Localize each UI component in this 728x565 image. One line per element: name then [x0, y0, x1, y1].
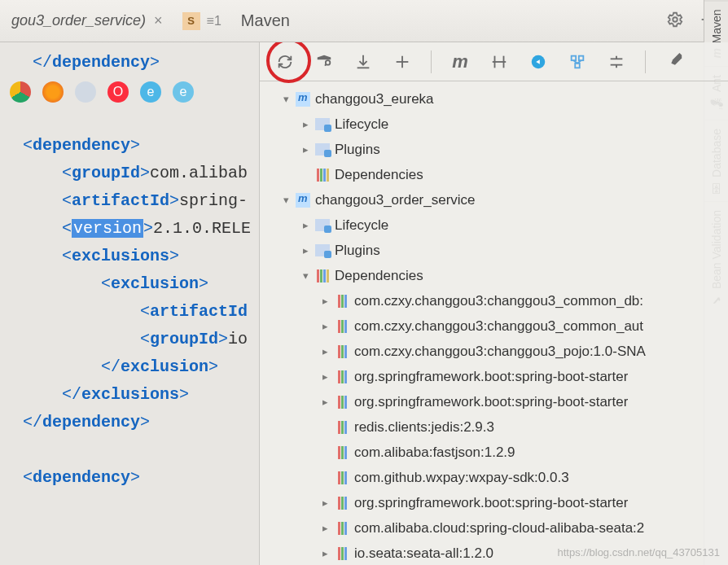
folder-icon: [315, 244, 330, 256]
dependency-item[interactable]: ▸com.czxy.changgou3:changgou3_common_aut: [263, 313, 728, 339]
settings-button[interactable]: [664, 51, 685, 72]
ie-icon[interactable]: e: [140, 81, 161, 103]
maven-toolbar: m: [260, 42, 728, 81]
structure-tab[interactable]: S ≡1: [182, 12, 221, 30]
opera-icon[interactable]: O: [107, 81, 129, 103]
top-bar: gou3_order_service) × S ≡1 Maven: [0, 0, 728, 42]
svg-point-0: [673, 17, 678, 22]
svg-rect-11: [575, 63, 580, 68]
code-editor[interactable]: O e e </dependency> <dependency> <groupI…: [0, 42, 259, 565]
dependency-item[interactable]: ▸com.czxy.changgou3:changgou3_pojo:1.0-S…: [263, 339, 728, 364]
dependency-item[interactable]: redis.clients:jedis:2.9.3: [263, 414, 728, 440]
dependency-item[interactable]: ▸com.alibaba.cloud:spring-cloud-alibaba-…: [263, 515, 728, 541]
dependency-item[interactable]: com.alibaba:fastjson:1.2.9: [263, 440, 728, 465]
show-dependencies-button[interactable]: [567, 51, 588, 72]
chevron-down-icon: ▾: [278, 194, 294, 206]
project-node[interactable]: ▾changgou3_eureka: [263, 86, 728, 112]
folder-icon: [315, 118, 330, 130]
chevron-right-icon: ▸: [297, 118, 314, 130]
lifecycle-node[interactable]: ▸Lifecycle: [263, 112, 728, 137]
dependency-item[interactable]: ▸org.springframework.boot:spring-boot-st…: [263, 364, 728, 389]
plugins-node[interactable]: ▸Plugins: [263, 137, 728, 162]
collapse-all-button[interactable]: [606, 51, 627, 72]
maven-panel: m ▾changgou3_eureka ▸Lifecycle ▸Plugins …: [259, 42, 728, 565]
chevron-down-icon: ▾: [278, 93, 294, 105]
dependency-item[interactable]: ▸com.czxy.changgou3:changgou3_common_db:: [263, 288, 728, 313]
dependency-item[interactable]: ▸org.springframework.boot:spring-boot-st…: [263, 490, 728, 515]
project-node[interactable]: ▾changgou3_order_service: [263, 187, 728, 212]
toggle-offline-button[interactable]: [528, 51, 549, 72]
code-line: </dependency>: [3, 49, 256, 77]
chevron-down-icon: ▾: [297, 269, 314, 282]
toggle-skip-tests-button[interactable]: [489, 51, 510, 72]
generate-sources-button[interactable]: [314, 51, 335, 72]
firefox-icon[interactable]: [42, 81, 64, 103]
download-sources-button[interactable]: [353, 51, 374, 72]
close-icon[interactable]: ×: [154, 12, 163, 29]
gear-icon[interactable]: [666, 11, 684, 31]
dependencies-icon: [317, 169, 329, 182]
svg-rect-9: [572, 55, 577, 60]
run-maven-button[interactable]: m: [450, 51, 471, 72]
reload-button[interactable]: [274, 51, 296, 72]
svg-rect-10: [579, 55, 584, 60]
dependencies-node[interactable]: Dependencies: [263, 162, 728, 187]
dependency-item[interactable]: ▸org.springframework.boot:spring-boot-st…: [263, 389, 728, 414]
editor-tab[interactable]: gou3_order_service) ×: [0, 7, 174, 34]
browser-launch-icons: O e e: [10, 81, 194, 103]
maven-module-icon: [296, 193, 310, 208]
watermark: https://blog.csdn.net/qq_43705131: [558, 546, 721, 558]
dependencies-icon: [317, 269, 329, 282]
plugins-node[interactable]: ▸Plugins: [263, 238, 728, 263]
maven-tree[interactable]: ▾changgou3_eureka ▸Lifecycle ▸Plugins De…: [260, 81, 728, 565]
maven-panel-title: Maven: [241, 11, 290, 30]
lifecycle-node[interactable]: ▸Lifecycle: [263, 212, 728, 238]
structure-count: ≡1: [207, 14, 221, 28]
dependency-item[interactable]: com.github.wxpay:wxpay-sdk:0.0.3: [263, 465, 728, 490]
maven-module-icon: [296, 92, 310, 107]
chrome-icon[interactable]: [10, 81, 31, 103]
dependencies-node[interactable]: ▾Dependencies: [263, 263, 728, 288]
add-button[interactable]: [392, 51, 413, 72]
tab-file-label: gou3_order_service): [11, 12, 146, 29]
edge-icon[interactable]: e: [173, 81, 194, 103]
structure-badge-icon: S: [182, 12, 200, 30]
safari-icon[interactable]: [75, 81, 96, 103]
folder-icon: [315, 143, 330, 155]
folder-icon: [315, 219, 330, 231]
